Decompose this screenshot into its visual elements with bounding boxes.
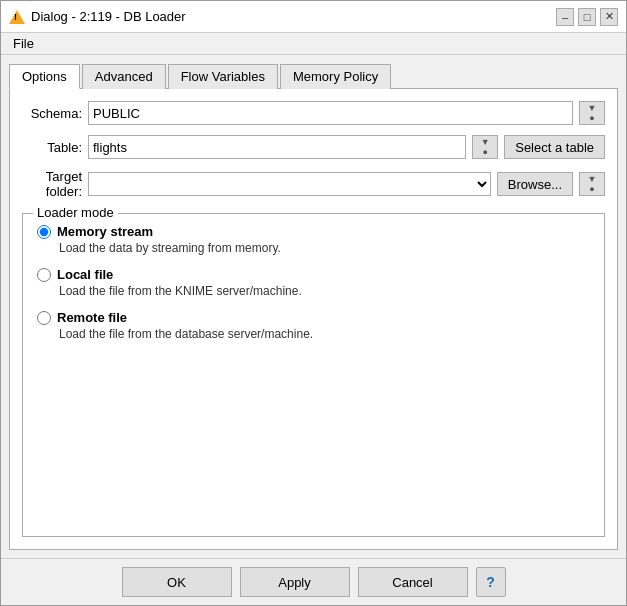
local-file-text: Local file <box>57 267 113 282</box>
target-folder-v-icon: ▼● <box>588 174 597 194</box>
tab-bar: Options Advanced Flow Variables Memory P… <box>9 63 618 89</box>
local-file-radio[interactable] <box>37 268 51 282</box>
apply-button[interactable]: Apply <box>240 567 350 597</box>
close-button[interactable]: ✕ <box>600 8 618 26</box>
tab-advanced[interactable]: Advanced <box>82 64 166 89</box>
help-icon: ? <box>486 574 495 590</box>
title-bar-left: Dialog - 2:119 - DB Loader <box>9 9 186 24</box>
local-file-desc: Load the file from the KNIME server/mach… <box>59 284 590 298</box>
loader-mode-legend: Loader mode <box>33 205 118 220</box>
tab-options[interactable]: Options <box>9 64 80 89</box>
table-icon-button[interactable]: ▼● <box>472 135 498 159</box>
maximize-button[interactable]: □ <box>578 8 596 26</box>
local-file-option: Local file Load the file from the KNIME … <box>37 267 590 298</box>
local-file-label[interactable]: Local file <box>37 267 590 282</box>
remote-file-option: Remote file Load the file from the datab… <box>37 310 590 341</box>
target-folder-icon-button[interactable]: ▼● <box>579 172 605 196</box>
memory-stream-desc: Load the data by streaming from memory. <box>59 241 590 255</box>
app-icon <box>9 10 25 24</box>
schema-input[interactable] <box>88 101 573 125</box>
table-v-icon: ▼● <box>481 137 490 157</box>
content-area: Options Advanced Flow Variables Memory P… <box>1 55 626 558</box>
file-menu[interactable]: File <box>9 36 38 51</box>
tab-content-options: Schema: ▼● Table: ▼● Select a table Targ… <box>9 89 618 550</box>
tab-flow-variables[interactable]: Flow Variables <box>168 64 278 89</box>
window-title: Dialog - 2:119 - DB Loader <box>31 9 186 24</box>
table-label: Table: <box>22 140 82 155</box>
target-folder-row: Target folder: Browse... ▼● <box>22 169 605 199</box>
help-button[interactable]: ? <box>476 567 506 597</box>
cancel-button[interactable]: Cancel <box>358 567 468 597</box>
schema-icon-button[interactable]: ▼● <box>579 101 605 125</box>
bottom-bar: OK Apply Cancel ? <box>1 558 626 605</box>
schema-v-icon: ▼● <box>588 103 597 123</box>
remote-file-text: Remote file <box>57 310 127 325</box>
browse-button[interactable]: Browse... <box>497 172 573 196</box>
title-controls: – □ ✕ <box>556 8 618 26</box>
memory-stream-radio[interactable] <box>37 225 51 239</box>
title-bar: Dialog - 2:119 - DB Loader – □ ✕ <box>1 1 626 33</box>
memory-stream-option: Memory stream Load the data by streaming… <box>37 224 590 255</box>
remote-file-label[interactable]: Remote file <box>37 310 590 325</box>
memory-stream-text: Memory stream <box>57 224 153 239</box>
ok-button[interactable]: OK <box>122 567 232 597</box>
minimize-button[interactable]: – <box>556 8 574 26</box>
main-window: Dialog - 2:119 - DB Loader – □ ✕ File Op… <box>0 0 627 606</box>
memory-stream-label[interactable]: Memory stream <box>37 224 590 239</box>
schema-row: Schema: ▼● <box>22 101 605 125</box>
tab-memory-policy[interactable]: Memory Policy <box>280 64 391 89</box>
table-input[interactable] <box>88 135 466 159</box>
target-folder-select[interactable] <box>88 172 491 196</box>
table-row: Table: ▼● Select a table <box>22 135 605 159</box>
target-folder-label: Target folder: <box>22 169 82 199</box>
schema-label: Schema: <box>22 106 82 121</box>
remote-file-radio[interactable] <box>37 311 51 325</box>
loader-mode-group: Loader mode Memory stream Load the data … <box>22 213 605 537</box>
remote-file-desc: Load the file from the database server/m… <box>59 327 590 341</box>
select-table-button[interactable]: Select a table <box>504 135 605 159</box>
menu-bar: File <box>1 33 626 55</box>
